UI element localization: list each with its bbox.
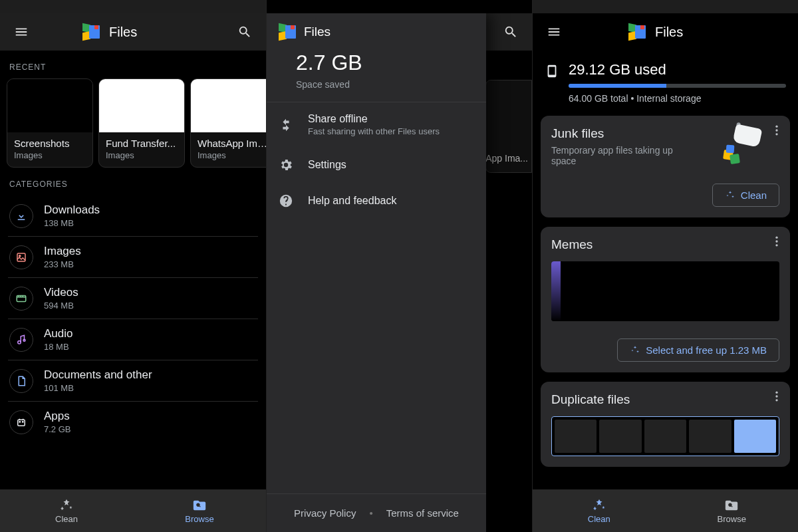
recent-thumb xyxy=(99,79,184,132)
category-name: Documents and other xyxy=(44,368,152,382)
category-name: Downloads xyxy=(44,203,100,217)
memes-thumbnails[interactable] xyxy=(551,261,779,321)
select-free-label: Select and free up 1.23 MB xyxy=(646,344,767,356)
files-logo-icon xyxy=(279,24,295,40)
privacy-link[interactable]: Privacy Policy xyxy=(294,507,356,519)
category-apps[interactable]: Apps7.2 GB xyxy=(8,402,258,442)
image-icon xyxy=(9,245,33,269)
recent-thumb xyxy=(191,79,266,132)
app-bar: Files xyxy=(0,13,266,51)
recent-sub: Images xyxy=(14,150,86,160)
category-videos[interactable]: Videos594 MB xyxy=(8,278,258,319)
recent-name: WhatsApp Ima... xyxy=(198,138,266,149)
card-sub: Temporary app files taking up space xyxy=(551,145,698,166)
svg-point-6 xyxy=(19,421,21,422)
category-audio[interactable]: Audio18 MB xyxy=(8,319,258,360)
category-name: Images xyxy=(44,245,81,258)
app-title: Files xyxy=(109,25,137,40)
nav-clean-label: Clean xyxy=(588,514,610,524)
category-images[interactable]: Images233 MB xyxy=(8,237,258,278)
storage-bar xyxy=(569,84,786,88)
category-name: Audio xyxy=(44,327,72,340)
broom-icon xyxy=(724,126,761,164)
drawer-screen: sApp Ima... Files 2.7 GB Space saved Sha… xyxy=(266,0,532,532)
hamburger-icon[interactable] xyxy=(541,19,567,45)
space-saved-block: 2.7 GB Space saved xyxy=(267,51,486,102)
nav-clean[interactable]: Clean xyxy=(533,489,666,532)
recent-card-whatsapp[interactable]: WhatsApp Ima... Images xyxy=(190,78,266,168)
category-downloads[interactable]: Downloads138 MB xyxy=(8,196,258,237)
duplicate-thumbnails[interactable] xyxy=(551,416,779,456)
drawer-item-label: Help and feedback xyxy=(308,195,396,207)
svg-point-13 xyxy=(775,244,777,246)
drawer-item-settings[interactable]: Settings xyxy=(267,147,486,183)
category-size: 138 MB xyxy=(44,218,100,228)
categories-list: Downloads138 MB Images233 MB Videos594 M… xyxy=(0,196,266,442)
audio-icon xyxy=(9,328,33,352)
category-size: 594 MB xyxy=(44,301,78,311)
category-size: 7.2 GB xyxy=(44,424,70,434)
category-documents[interactable]: Documents and other101 MB xyxy=(8,360,258,402)
category-size: 233 MB xyxy=(44,259,81,269)
svg-point-16 xyxy=(775,399,777,401)
search-icon[interactable] xyxy=(231,19,258,45)
select-free-button[interactable]: Select and free up 1.23 MB xyxy=(617,338,779,362)
storage-used: 29.12 GB used xyxy=(569,61,786,78)
storage-summary: 29.12 GB used 64.00 GB total • Internal … xyxy=(533,51,798,109)
search-icon[interactable] xyxy=(497,19,524,45)
hamburger-icon[interactable] xyxy=(8,19,35,45)
bottom-nav: Clean Browse xyxy=(533,489,798,532)
space-saved-label: Space saved xyxy=(296,79,457,90)
more-icon[interactable] xyxy=(770,390,783,406)
files-logo-icon xyxy=(82,24,98,40)
recent-sub: Images xyxy=(106,150,178,160)
drawer-item-sub: Fast sharing with other Files users xyxy=(308,126,440,136)
svg-point-14 xyxy=(775,392,777,394)
svg-point-8 xyxy=(775,126,777,128)
navigation-drawer: Files 2.7 GB Space saved Share offline F… xyxy=(267,13,486,532)
card-duplicate-files: Duplicate files xyxy=(541,382,790,467)
categories-label: CATEGORIES xyxy=(0,168,266,196)
svg-point-12 xyxy=(775,240,777,242)
nav-clean[interactable]: Clean xyxy=(0,489,133,532)
app-bar: Files xyxy=(533,13,798,51)
clean-cards: Junk files Temporary app files taking up… xyxy=(533,109,798,467)
card-title: Memes xyxy=(551,237,779,252)
recent-name: Screenshots xyxy=(14,138,86,149)
more-icon[interactable] xyxy=(770,124,783,140)
dot-separator: • xyxy=(369,507,372,519)
recent-card-screenshots[interactable]: Screenshots Images xyxy=(7,78,93,168)
terms-link[interactable]: Terms of service xyxy=(386,507,459,519)
apps-icon xyxy=(9,410,33,434)
recent-thumb xyxy=(7,79,92,132)
nav-browse-label: Browse xyxy=(185,514,213,524)
space-saved-value: 2.7 GB xyxy=(296,51,457,75)
more-icon[interactable] xyxy=(770,235,783,251)
clean-button-label: Clean xyxy=(741,190,767,201)
svg-point-10 xyxy=(775,133,777,135)
phone-icon xyxy=(545,64,559,78)
document-icon xyxy=(9,369,33,393)
nav-browse[interactable]: Browse xyxy=(666,489,799,532)
svg-point-9 xyxy=(775,129,777,131)
browse-screen: Files RECENT Screenshots Images Fund Tra… xyxy=(0,0,266,532)
recent-card-fund-transfer[interactable]: Fund Transfer... Images xyxy=(98,78,185,168)
svg-rect-0 xyxy=(17,253,25,261)
drawer-item-help[interactable]: Help and feedback xyxy=(267,183,486,219)
svg-point-1 xyxy=(19,255,21,256)
drawer-item-label: Settings xyxy=(308,159,346,171)
drawer-footer: Privacy Policy • Terms of service xyxy=(267,493,486,532)
card-memes: Memes Select and free up 1.23 MB xyxy=(541,227,790,372)
svg-point-15 xyxy=(775,395,777,397)
status-bar xyxy=(533,0,798,13)
nav-browse[interactable]: Browse xyxy=(133,489,266,532)
video-icon xyxy=(9,287,33,311)
clean-button[interactable]: Clean xyxy=(712,184,779,207)
svg-point-7 xyxy=(23,421,24,422)
drawer-title: Files xyxy=(304,25,331,39)
storage-bar-fill xyxy=(569,84,666,88)
nav-clean-label: Clean xyxy=(55,514,78,524)
category-name: Apps xyxy=(44,410,70,423)
download-icon xyxy=(9,204,33,228)
drawer-item-share-offline[interactable]: Share offline Fast sharing with other Fi… xyxy=(267,102,486,147)
